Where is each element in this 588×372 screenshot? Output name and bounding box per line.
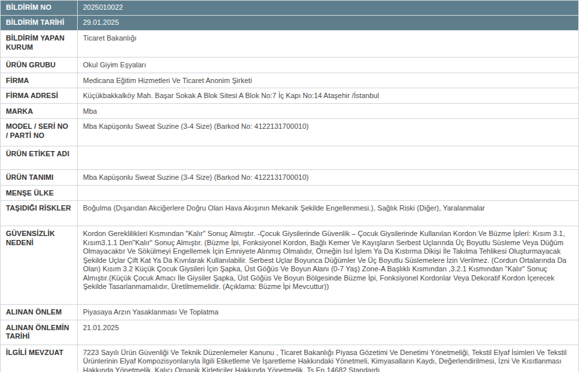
field-value: Piyasaya Arzın Yasaklanması Ve Toplatma — [78, 305, 579, 320]
row-bildirim-no: BİLDİRİM NO 2025010022 — [1, 1, 579, 16]
row-alinan-onlem: ALINAN ÖNLEM Piyasaya Arzın Yasaklanması… — [1, 305, 579, 320]
row-model-seri-parti-no: MODEL / SERİ NO / PARTİ NO Mba Kapüşonlu… — [1, 119, 579, 146]
field-label: MARKA — [1, 103, 78, 119]
field-label: FİRMA — [1, 73, 78, 88]
row-urun-tanimi: ÜRÜN TANIMI Mba Kapüşonlu Sweat Suzine (… — [1, 170, 579, 186]
field-label: ALINAN ÖNLEMİN TARİHİ — [1, 320, 78, 345]
row-bildirim-tarihi: BİLDİRİM TARİHİ 29.01.2025 — [1, 16, 579, 31]
field-value: Kordon Gereklilikleri Kısmından "Kalır" … — [78, 226, 579, 305]
row-bildirim-yapan-kurum: BİLDİRİM YAPAN KURUM Ticaret Bakanlığı — [1, 31, 579, 58]
field-value: Boğulma (Dışarıdan Akciğerlere Doğru Ola… — [78, 201, 579, 226]
field-value: 21.01.2025 — [78, 320, 579, 345]
field-label: İLGİLİ MEVZUAT — [1, 345, 78, 372]
field-value: Ticaret Bakanlığı — [78, 31, 579, 58]
row-tasidigi-riskler: TAŞIDIĞI RİSKLER Boğulma (Dışarıdan Akci… — [1, 201, 579, 226]
notification-record-table: BİLDİRİM NO 2025010022 BİLDİRİM TARİHİ 2… — [0, 0, 579, 372]
row-firma: FİRMA Medicana Eğitim Hizmetleri Ve Tica… — [1, 73, 579, 88]
field-label: ÜRÜN TANIMI — [1, 170, 78, 186]
field-label: MODEL / SERİ NO / PARTİ NO — [1, 119, 78, 146]
field-label: ALINAN ÖNLEM — [1, 305, 78, 320]
field-label: GÜVENSİZLİK NEDENİ — [1, 226, 78, 305]
field-value — [78, 185, 579, 201]
field-value: 7223 Sayılı Ürün Güvenliği Ve Teknik Düz… — [78, 345, 579, 372]
field-value — [78, 146, 579, 170]
field-value: Mba Kapüşonlu Sweat Suzine (3-4 Size) (B… — [78, 170, 579, 186]
field-label: MENŞE ÜLKE — [1, 185, 78, 201]
field-label: BİLDİRİM TARİHİ — [1, 16, 78, 31]
row-ilgili-mevzuat: İLGİLİ MEVZUAT 7223 Sayılı Ürün Güvenliğ… — [1, 345, 579, 372]
row-firma-adresi: FİRMA ADRESİ Küçükbakkalköy Mah. Başar S… — [1, 88, 579, 104]
row-alinan-onlemin-tarihi: ALINAN ÖNLEMİN TARİHİ 21.01.2025 — [1, 320, 579, 345]
field-value: Medicana Eğitim Hizmetleri Ve Ticaret An… — [78, 73, 579, 88]
field-value: 2025010022 — [78, 1, 579, 16]
row-urun-grubu: ÜRÜN GRUBU Okul Giyim Eşyaları — [1, 58, 579, 73]
field-label: FİRMA ADRESİ — [1, 88, 78, 104]
field-label: TAŞIDIĞI RİSKLER — [1, 201, 78, 226]
row-mense-ulke: MENŞE ÜLKE — [1, 185, 579, 201]
field-value: 29.01.2025 — [78, 16, 579, 31]
field-value: Mba — [78, 103, 579, 119]
field-value: Mba Kapüşonlu Sweat Suzine (3-4 Size) (B… — [78, 119, 579, 146]
field-label: ÜRÜN ETİKET ADI — [1, 146, 78, 170]
row-urun-etiket-adi: ÜRÜN ETİKET ADI — [1, 146, 579, 170]
row-guvensizlik-nedeni: GÜVENSİZLİK NEDENİ Kordon Gereklilikleri… — [1, 226, 579, 305]
row-marka: MARKA Mba — [1, 103, 579, 119]
field-label: BİLDİRİM YAPAN KURUM — [1, 31, 78, 58]
field-value: Küçükbakkalköy Mah. Başar Sokak A Blok S… — [78, 88, 579, 104]
field-label: BİLDİRİM NO — [1, 1, 78, 16]
field-value: Okul Giyim Eşyaları — [78, 58, 579, 73]
field-label: ÜRÜN GRUBU — [1, 58, 78, 73]
